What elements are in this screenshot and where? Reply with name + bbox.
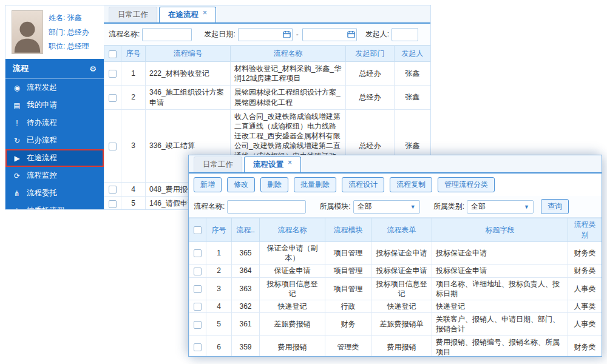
row-checkbox[interactable] [194, 343, 202, 351]
cell-initiator: 张鑫 [395, 86, 431, 109]
header-form: 流程表单 [371, 218, 432, 242]
modify-button[interactable]: 修改 [227, 177, 255, 192]
cell-form: 费用报销 [371, 335, 432, 356]
tab-bar: 日常工作 流程设置 × [189, 155, 602, 174]
tab-bar: 日常工作 在途流程 × [104, 5, 430, 24]
add-button[interactable]: 新增 [194, 177, 222, 192]
tab-daily-work[interactable]: 日常工作 [109, 7, 157, 22]
checkbox-cell [189, 300, 206, 312]
row-checkbox[interactable] [194, 285, 202, 293]
tab-in-transit[interactable]: 在途流程 × [159, 7, 216, 22]
cell-module: 财务 [325, 313, 371, 335]
cell-no: 1 [121, 62, 146, 86]
process-table-wrap: 序号 流程.. 流程名称 流程模块 流程表单 标题字段 流程类别 1 365 保… [189, 218, 602, 356]
cell-name: 费用报销 [260, 335, 325, 356]
sidebar-item[interactable]: ! 待办流程 [5, 114, 104, 132]
tab-label: 日常工作 [203, 160, 233, 170]
sidebar-item[interactable]: ⟳ 流程监控 [5, 167, 104, 184]
process-design-button[interactable]: 流程设计 [342, 177, 384, 192]
chevron-down-icon: ▼ [524, 204, 529, 210]
module-select[interactable]: 全部 ▼ [353, 200, 420, 214]
sidebar-item[interactable]: ↻ 已办流程 [5, 132, 104, 149]
sidebar-item-label: 在途流程 [27, 153, 57, 163]
delete-button[interactable]: 删除 [260, 177, 288, 192]
header-name: 流程名称 [260, 218, 325, 242]
cell-form: 投标保证金申请 [371, 265, 432, 277]
cell-code: 346_施工组织设计方案申请 [146, 86, 231, 109]
sidebar-item[interactable]: ⋔ 流程委托 [5, 184, 104, 202]
cell-no: 2 [121, 86, 146, 109]
select-all-checkbox[interactable] [194, 226, 202, 234]
row-checkbox[interactable] [194, 303, 202, 311]
cell-code: 362 [232, 300, 260, 312]
table-row[interactable]: 4 362 快递登记 行政 快递登记 快递登记 人事类 [189, 300, 602, 312]
cell-module: 项目管理 [325, 277, 371, 300]
cell-module: 管理类 [325, 335, 371, 356]
table-row[interactable]: 6 359 费用报销 管理类 费用报销 费用报销、报销编号、报销名称、所属项目 … [189, 335, 602, 356]
sidebar-item-label: 已办流程 [27, 135, 57, 146]
process-name-label: 流程名称: [194, 201, 225, 212]
table-row[interactable]: 2 346_施工组织设计方案申请 晨铭园林绿化工程组织设计方案_晨铭园林绿化工程… [104, 86, 431, 109]
cell-code: 361 [232, 313, 260, 335]
header-category: 流程类别 [568, 218, 602, 242]
cell-name: 保证金申请 [260, 265, 325, 277]
table-row[interactable]: 1 222_材料验收登记 材料验收登记_材料采购_张鑫_华润12城房建工程项目 … [104, 62, 431, 86]
calendar-icon[interactable] [347, 30, 355, 38]
cell-title-fields: 投标保证金申请 [432, 265, 568, 277]
category-select[interactable]: 全部 ▼ [467, 200, 534, 214]
close-icon[interactable]: × [203, 9, 207, 16]
sidebar-item[interactable]: ⋔ 被委托流程 [5, 202, 104, 210]
batch-delete-button[interactable]: 批量删除 [294, 177, 336, 192]
row-checkbox[interactable] [109, 70, 117, 78]
sidebar-item[interactable]: ▶ 在途流程 [5, 149, 104, 167]
close-icon[interactable]: × [288, 159, 292, 166]
calendar-icon[interactable] [283, 30, 291, 38]
sidebar-item[interactable]: ▤ 我的申请 [5, 96, 104, 114]
sidebar-item[interactable]: ◉ 流程发起 [5, 79, 104, 96]
checkbox-cell [104, 86, 121, 109]
search-button[interactable]: 查询 [541, 199, 569, 214]
profile-department: 部门: 总经办 [49, 27, 89, 38]
header-code: 流程.. [232, 218, 260, 242]
cell-module: 行政 [325, 300, 371, 312]
row-checkbox[interactable] [194, 321, 202, 329]
checkbox-cell [104, 109, 121, 182]
cell-title-fields: 费用报销、报销编号、报销名称、所属项目 [432, 335, 568, 356]
sidebar-item-icon: ⟳ [13, 172, 21, 180]
cell-no: 4 [121, 183, 146, 197]
table-row[interactable]: 2 364 保证金申请 项目管理 投标保证金申请 投标保证金申请 财务类 [189, 265, 602, 277]
process-name-input[interactable] [142, 28, 192, 41]
cell-name: 快递登记 [260, 300, 325, 312]
manage-category-button[interactable]: 管理流程分类 [438, 177, 495, 192]
table-row[interactable]: 5 361 差旅费报销 财务 差旅费报销单 关联客户、报销人、申请日期、部门、报… [189, 313, 602, 335]
row-checkbox[interactable] [194, 268, 202, 275]
row-checkbox[interactable] [109, 94, 117, 102]
checkbox-cell [104, 183, 121, 197]
table-row[interactable]: 1 365 保证金申请（副本） 项目管理 投标保证金申请 投标保证金申请 财务类 [189, 242, 602, 265]
row-checkbox[interactable] [109, 186, 117, 194]
initiator-input[interactable] [392, 28, 418, 41]
tab-label: 日常工作 [118, 10, 148, 20]
process-name-input[interactable] [227, 200, 306, 214]
gear-icon[interactable]: ⚙ [89, 64, 97, 73]
cell-no: 5 [121, 197, 146, 209]
tab-daily-work[interactable]: 日常工作 [194, 157, 242, 172]
sidebar-item-label: 被委托流程 [27, 206, 65, 210]
cell-module: 项目管理 [325, 242, 371, 265]
sidebar-menu: ◉ 流程发起 ▤ 我的申请 ! 待办流程 ↻ 已办流程 ▶ 在途流程 ⟳ 流程监… [5, 79, 104, 210]
cell-dept: 总经办 [346, 86, 395, 109]
tab-process-settings[interactable]: 流程设置 × [244, 157, 301, 172]
module-select-value: 全部 [358, 201, 372, 212]
cell-no: 2 [206, 265, 232, 277]
row-checkbox[interactable] [194, 249, 202, 257]
process-copy-button[interactable]: 流程复制 [390, 177, 432, 192]
sidebar-item-icon: ◉ [13, 84, 21, 92]
cell-module: 项目管理 [325, 265, 371, 277]
row-checkbox[interactable] [109, 200, 117, 208]
select-all-checkbox[interactable] [109, 50, 117, 58]
table-row[interactable]: 3 363 投标项目信息登记 项目管理 投标项目信息登记 项目名称、详细地址、投… [189, 277, 602, 300]
row-checkbox[interactable] [109, 143, 117, 150]
profile-photo [12, 10, 43, 54]
cell-code: 363 [232, 277, 260, 300]
header-no: 序号 [206, 218, 232, 242]
